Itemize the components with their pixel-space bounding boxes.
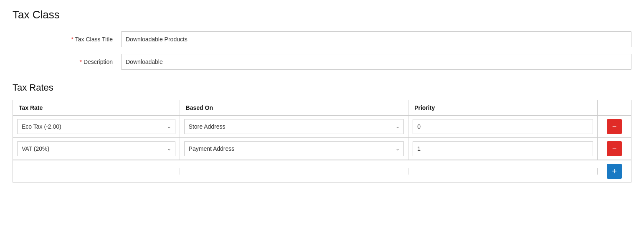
description-label: *Description <box>13 58 121 65</box>
table-row: Eco Tax (-2.00) VAT (20%) None ⌄ Store A… <box>13 116 631 138</box>
based-on-cell-1: Store Address Payment Address Shipping A… <box>180 116 409 137</box>
based-on-select-1[interactable]: Store Address Payment Address Shipping A… <box>184 119 404 134</box>
tax-rate-select-wrapper-1: Eco Tax (-2.00) VAT (20%) None ⌄ <box>17 119 175 134</box>
tax-rates-table: Tax Rate Based On Priority Eco Tax (-2.0… <box>13 100 631 183</box>
table-add-row: + <box>13 160 631 182</box>
remove-row-button-2[interactable]: − <box>607 141 622 156</box>
required-marker: * <box>71 36 73 43</box>
table-header-row: Tax Rate Based On Priority <box>13 100 631 116</box>
header-tax-rate: Tax Rate <box>13 100 180 115</box>
description-row: *Description <box>13 54 631 70</box>
plus-icon: + <box>612 167 617 175</box>
minus-icon-2: − <box>612 145 617 152</box>
tax-rate-cell-2: Eco Tax (-2.00) VAT (20%) None ⌄ <box>13 138 180 160</box>
action-cell-1: − <box>598 116 631 137</box>
priority-cell-1 <box>408 116 598 137</box>
tax-rate-select-1[interactable]: Eco Tax (-2.00) VAT (20%) None <box>17 119 175 134</box>
priority-cell-2 <box>408 138 598 160</box>
add-row-empty-1 <box>13 168 180 175</box>
based-on-select-2[interactable]: Store Address Payment Address Shipping A… <box>184 141 404 156</box>
based-on-cell-2: Store Address Payment Address Shipping A… <box>180 138 409 160</box>
header-based-on: Based On <box>180 100 409 115</box>
table-row: Eco Tax (-2.00) VAT (20%) None ⌄ Store A… <box>13 138 631 160</box>
priority-input-2[interactable] <box>413 141 593 156</box>
required-marker-2: * <box>80 58 82 65</box>
tax-class-title-row: *Tax Class Title <box>13 31 631 47</box>
tax-class-title-label: *Tax Class Title <box>13 36 121 43</box>
priority-input-1[interactable] <box>413 119 593 134</box>
tax-rate-select-wrapper-2: Eco Tax (-2.00) VAT (20%) None ⌄ <box>17 141 175 156</box>
tax-rate-cell-1: Eco Tax (-2.00) VAT (20%) None ⌄ <box>13 116 180 137</box>
tax-class-title-input[interactable] <box>121 31 631 47</box>
tax-rates-title: Tax Rates <box>13 82 631 93</box>
tax-class-form: *Tax Class Title *Description <box>13 31 631 70</box>
add-row-button[interactable]: + <box>607 164 622 179</box>
tax-rate-select-2[interactable]: Eco Tax (-2.00) VAT (20%) None <box>17 141 175 156</box>
header-priority: Priority <box>408 100 598 115</box>
action-cell-2: − <box>598 138 631 160</box>
add-row-action: + <box>598 160 631 182</box>
description-input[interactable] <box>121 54 631 70</box>
based-on-select-wrapper-2: Store Address Payment Address Shipping A… <box>184 141 404 156</box>
remove-row-button-1[interactable]: − <box>607 119 622 134</box>
header-action <box>598 100 631 115</box>
add-row-empty-2 <box>180 168 409 175</box>
add-row-empty-3 <box>408 168 598 175</box>
minus-icon: − <box>612 123 617 130</box>
based-on-select-wrapper-1: Store Address Payment Address Shipping A… <box>184 119 404 134</box>
page-title: Tax Class <box>13 8 631 21</box>
